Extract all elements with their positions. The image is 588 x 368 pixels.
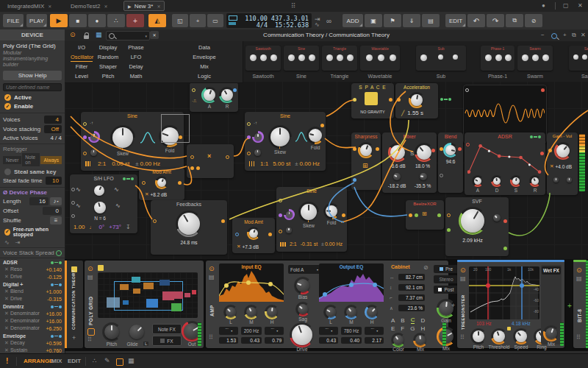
- device-power-icon[interactable]: ⊙: [70, 31, 76, 38]
- amount-knob[interactable]: [155, 176, 168, 189]
- flat-wave-icon[interactable]: ∿: [115, 202, 121, 209]
- port[interactable]: [540, 152, 544, 155]
- module-mod-amt-2[interactable]: Mod Amt ✕+7.3 dB: [232, 218, 275, 253]
- device-color-tag[interactable]: [98, 265, 104, 271]
- release-knob[interactable]: [529, 175, 541, 187]
- zoom-out-icon[interactable]: −: [541, 32, 545, 38]
- pitch-icon[interactable]: [85, 161, 92, 166]
- phase-knob[interactable]: [88, 131, 100, 143]
- module-gain-vol[interactable]: Gain - Vol ✕+4.0 dB: [547, 132, 578, 195]
- gain-sub-knob[interactable]: [551, 175, 561, 185]
- resonance-knob[interactable]: [491, 212, 503, 224]
- port[interactable]: [465, 88, 469, 92]
- gain-sub-knob[interactable]: [564, 175, 574, 185]
- cabinet-model[interactable]: H: [420, 325, 425, 332]
- maximize-button[interactable]: ▢: [563, 2, 569, 9]
- palette-device-phase1[interactable]: Phase-1: [481, 46, 514, 71]
- pencil-icon[interactable]: ✎: [104, 357, 110, 364]
- add-cue-button[interactable]: +: [190, 14, 206, 27]
- close-browser-button[interactable]: ✕: [150, 31, 159, 39]
- module-search-box[interactable]: ▾: [106, 31, 150, 40]
- wet-fx-chain[interactable]: Wet FX Mix: [541, 265, 562, 344]
- menu-item[interactable]: Math: [123, 73, 148, 79]
- ring-freq-value[interactable]: 4.18 kHz: [512, 321, 531, 326]
- time-value[interactable]: 1.55 s: [407, 110, 423, 116]
- port[interactable]: [71, 188, 75, 191]
- record-button[interactable]: ●: [88, 14, 106, 27]
- lock-icon[interactable]: [84, 34, 89, 40]
- device-name[interactable]: TREEMONSTER: [461, 286, 465, 330]
- mixer-value[interactable]: -18.2 dB: [382, 183, 412, 188]
- noise-wave-icon[interactable]: ∿: [76, 202, 81, 209]
- port[interactable]: [196, 166, 200, 170]
- project-tab[interactable]: DemoTest2 ✕: [71, 1, 108, 10]
- device-file-icon[interactable]: ▤: [460, 275, 466, 282]
- transpose-value[interactable]: -0.31 st: [301, 241, 318, 247]
- grid-minimap[interactable]: [98, 272, 198, 318]
- output-eq-value[interactable]: 0.43: [319, 337, 338, 344]
- modulator-group[interactable]: ADSR: [0, 258, 65, 266]
- device-file-icon[interactable]: ▤: [576, 275, 582, 282]
- retrigger-option-never[interactable]: Never: [3, 156, 21, 164]
- mixer-gain-knob[interactable]: [388, 143, 407, 162]
- menu-item[interactable]: Mix: [190, 63, 219, 70]
- undo-button[interactable]: ↶: [467, 14, 485, 27]
- ratio-value[interactable]: 2:1: [98, 160, 106, 167]
- port[interactable]: [83, 152, 87, 155]
- tab-label[interactable]: IntegratedMIX: [7, 3, 44, 10]
- freerun-checkbox[interactable]: ✓: [4, 229, 10, 236]
- menu-item-selected[interactable]: Oscillator: [71, 54, 93, 62]
- tab-label[interactable]: DemoTest2: [71, 3, 100, 10]
- cabinet-value[interactable]: 7.37 cm: [398, 294, 425, 301]
- cabinet-value[interactable]: 92.1 cm: [398, 284, 425, 291]
- port[interactable]: [440, 174, 443, 177]
- module-mixer[interactable]: Mixer -6.6 dB S 18.0 % -18.2 dB -35.5 %: [382, 132, 437, 193]
- length-unit-button[interactable]: ♪▾: [50, 197, 62, 205]
- modulator-connector[interactable]: [123, 177, 134, 180]
- decay-knob[interactable]: [491, 175, 503, 187]
- mixer-knob-2[interactable]: [391, 171, 403, 183]
- view-edit[interactable]: EDIT: [68, 358, 81, 364]
- grid-dots-icon[interactable]: ⠿: [460, 334, 465, 341]
- skew-knob[interactable]: [298, 202, 319, 222]
- note-icon[interactable]: ♩: [90, 224, 95, 230]
- port[interactable]: [548, 149, 552, 152]
- zoom-fit-icon[interactable]: [551, 33, 557, 40]
- menu-item[interactable]: Pitch: [94, 73, 122, 79]
- port[interactable]: [389, 98, 392, 102]
- fx-button[interactable]: FX: [152, 336, 182, 346]
- port[interactable]: [221, 219, 225, 223]
- amount-value[interactable]: +7.3 dB: [242, 244, 259, 250]
- shape-knob[interactable]: [92, 183, 107, 198]
- wet-fx-label[interactable]: Wet FX: [542, 266, 561, 275]
- close-panel-icon[interactable]: ✕: [581, 32, 586, 38]
- device-panel-icon[interactable]: [116, 358, 123, 366]
- file-menu-button[interactable]: FILE: [3, 14, 24, 27]
- project-tab[interactable]: IntegratedMIX ✕: [7, 1, 51, 10]
- view-mix[interactable]: MIX: [51, 358, 62, 364]
- menu-item[interactable]: Phase: [123, 44, 148, 51]
- edit-menu-button[interactable]: EDIT: [445, 14, 466, 27]
- marker-button[interactable]: ⚑: [384, 14, 401, 27]
- cabinet-model[interactable]: E: [391, 325, 395, 332]
- port[interactable]: [431, 149, 435, 152]
- cutoff-knob[interactable]: [459, 207, 487, 235]
- output-eq-value[interactable]: 2.17: [365, 337, 384, 344]
- space-pad[interactable]: [365, 92, 378, 105]
- device-name[interactable]: POLY GRID: [88, 286, 93, 325]
- phase-knob[interactable]: [252, 131, 264, 143]
- palette-device-sawtooth[interactable]: Sawtooth: [245, 46, 281, 71]
- active-checkbox[interactable]: ✓: [4, 94, 11, 101]
- tab-label[interactable]: New 3*: [135, 3, 154, 10]
- transpose-value[interactable]: 0.00 st: [112, 160, 129, 167]
- palette-device-triangle[interactable]: Triangle: [322, 46, 357, 71]
- port[interactable]: [83, 122, 87, 126]
- port[interactable]: [415, 213, 418, 217]
- tm-threshold-knob[interactable]: [491, 328, 507, 344]
- device-file-icon[interactable]: ▤: [209, 274, 215, 280]
- engine-status-icon[interactable]: !: [6, 357, 8, 365]
- view-arrange[interactable]: ARRANGE: [24, 358, 53, 364]
- device-file-icon[interactable]: ▤: [87, 274, 93, 280]
- tm-speed-knob[interactable]: [513, 328, 529, 344]
- show-help-button[interactable]: Show Help: [3, 71, 62, 80]
